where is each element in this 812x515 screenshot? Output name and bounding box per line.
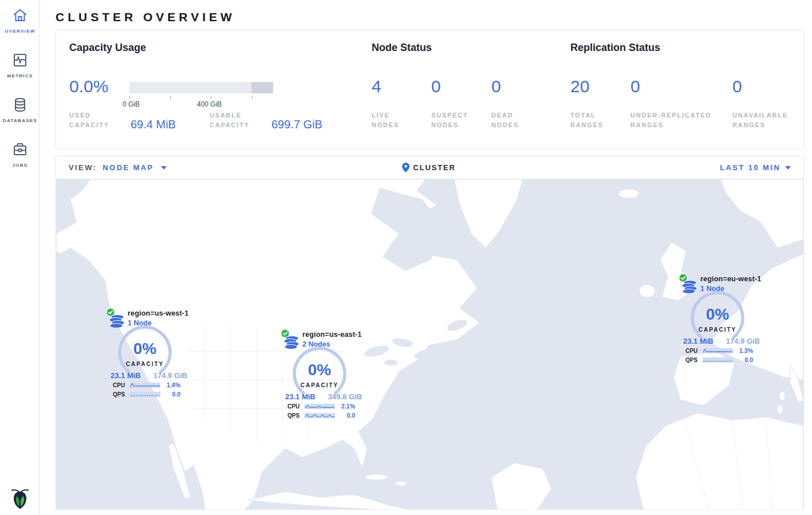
capacity-axis-label: 0 GiB	[123, 100, 140, 108]
live-nodes-value: 4	[372, 77, 381, 96]
used-capacity-value: 69.4 MiB	[131, 118, 176, 131]
qps-label: QPS	[113, 391, 128, 398]
chevron-down-icon	[161, 166, 167, 170]
cpu-sparkline	[305, 403, 335, 410]
capacity-axis-tick	[252, 96, 253, 99]
locality-breadcrumb[interactable]: CLUSTER	[402, 163, 456, 172]
replication-status-title: Replication Status	[570, 42, 660, 54]
main-content: CLUSTER OVERVIEW Capacity Usage 0.0% 0 G…	[40, 0, 812, 510]
capacity-bar-dark-segment	[251, 82, 273, 93]
node-used-capacity: 23.1 MiB	[285, 392, 316, 401]
cpu-value: 1.4%	[163, 382, 180, 388]
live-nodes-label: LIVE NODES	[372, 111, 417, 130]
briefcase-icon	[12, 142, 28, 159]
map-toolbar: VIEW: NODE MAP CLUSTER LAST 10 MIN	[56, 156, 803, 179]
node-total-capacity: 174.9 GiB	[726, 337, 760, 345]
usable-capacity-value: 699.7 GiB	[271, 118, 322, 131]
under-replicated-ranges-label: UNDER-REPLICATED RANGES	[630, 111, 727, 130]
node-total-capacity: 174.9 GiB	[153, 371, 187, 380]
qps-value: 0.0	[337, 412, 355, 419]
metrics-chart-icon	[12, 53, 28, 70]
node-used-capacity: 23.1 MiB	[111, 371, 141, 380]
sidebar: OVERVIEW METRICS DATABASES JOBS	[0, 0, 40, 515]
map-pin-icon	[402, 163, 409, 172]
qps-value: 0.0	[163, 391, 180, 398]
view-dropdown[interactable]: VIEW: NODE MAP	[69, 163, 167, 172]
qps-label: QPS	[287, 412, 302, 419]
region-label: region=us-east-1	[302, 331, 362, 339]
unavailable-ranges-value: 0	[732, 77, 742, 96]
cpu-value: 2.1%	[337, 403, 355, 410]
capacity-percent: 0%	[117, 340, 172, 358]
cockroachdb-logo	[0, 486, 40, 510]
node-status-title: Node Status	[372, 42, 432, 54]
cpu-value: 1.3%	[735, 347, 753, 354]
region-label: region=us-west-1	[128, 309, 188, 317]
suspect-nodes-value: 0	[431, 77, 441, 96]
page-title: CLUSTER OVERVIEW	[56, 10, 804, 24]
breadcrumb-label: CLUSTER	[413, 163, 456, 172]
usable-capacity-label: USABLE CAPACITY	[210, 111, 262, 130]
sidebar-item-label: OVERVIEW	[5, 29, 35, 34]
sidebar-item-overview[interactable]: OVERVIEW	[0, 0, 40, 45]
world-map: region=us-west-1 1 Node 0% CAPACITY 23.1…	[56, 179, 803, 510]
capacity-percent: 0%	[292, 361, 347, 379]
sidebar-item-databases[interactable]: DATABASES	[0, 89, 40, 134]
dead-nodes-label: DEAD NODES	[491, 111, 531, 130]
dead-nodes-value: 0	[491, 77, 501, 96]
cpu-label: CPU	[113, 382, 128, 388]
cpu-label: CPU	[287, 403, 302, 410]
capacity-axis-tick	[170, 96, 171, 99]
summary-panel: Capacity Usage 0.0% 0 GiB 400 GiB USED C…	[56, 30, 804, 149]
view-label: VIEW:	[69, 163, 97, 172]
cpu-sparkline	[703, 347, 733, 354]
cpu-sparkline	[130, 382, 160, 388]
capacity-used-percent: 0.0%	[69, 77, 108, 96]
capacity-axis-tick	[129, 96, 130, 99]
chevron-down-icon	[785, 166, 791, 170]
node-region-card-eu-west-1: region=eu-west-1 1 Node 0% CAPACITY 23.1…	[676, 273, 762, 366]
suspect-nodes-label: SUSPECT NODES	[431, 111, 479, 130]
database-icon	[12, 97, 28, 115]
qps-sparkline	[703, 356, 733, 363]
capacity-percent: 0%	[690, 305, 745, 324]
sidebar-item-metrics[interactable]: METRICS	[0, 45, 40, 89]
capacity-axis-tick	[211, 96, 211, 99]
home-icon	[12, 8, 28, 25]
sidebar-item-label: JOBS	[13, 163, 28, 168]
used-capacity-label: USED CAPACITY	[69, 111, 122, 130]
node-used-capacity: 23.1 MiB	[683, 337, 714, 345]
capacity-usage-bar	[129, 82, 273, 93]
sidebar-item-label: METRICS	[7, 73, 33, 78]
cpu-label: CPU	[685, 348, 700, 354]
qps-sparkline	[305, 412, 335, 419]
time-range-dropdown[interactable]: LAST 10 MIN	[720, 163, 791, 172]
capacity-label: CAPACITY	[690, 327, 745, 333]
qps-sparkline	[130, 391, 160, 398]
capacity-axis-label: 400 GiB	[197, 100, 222, 108]
capacity-label: CAPACITY	[292, 382, 347, 388]
region-label: region=eu-west-1	[700, 275, 761, 283]
time-range-value: LAST 10 MIN	[720, 163, 781, 172]
unavailable-ranges-label: UNAVAILABLE RANGES	[732, 111, 801, 130]
under-replicated-ranges-value: 0	[630, 77, 640, 96]
node-region-card-us-east-1: region=us-east-1 2 Nodes 0% CAPACITY 23.…	[278, 329, 364, 422]
node-map-panel: VIEW: NODE MAP CLUSTER LAST 10 MIN	[56, 156, 804, 510]
sidebar-item-jobs[interactable]: JOBS	[0, 134, 40, 179]
qps-value: 0.0	[735, 356, 753, 363]
node-region-card-us-west-1: region=us-west-1 1 Node 0% CAPACITY 23.1…	[104, 308, 190, 400]
capacity-usage-title: Capacity Usage	[69, 42, 146, 54]
qps-label: QPS	[685, 357, 700, 363]
total-ranges-label: TOTAL RANGES	[570, 111, 610, 130]
view-value: NODE MAP	[103, 163, 153, 172]
node-total-capacity: 349.8 GiB	[328, 392, 362, 401]
sidebar-item-label: DATABASES	[3, 118, 37, 123]
capacity-label: CAPACITY	[117, 361, 172, 367]
total-ranges-value: 20	[570, 77, 589, 96]
